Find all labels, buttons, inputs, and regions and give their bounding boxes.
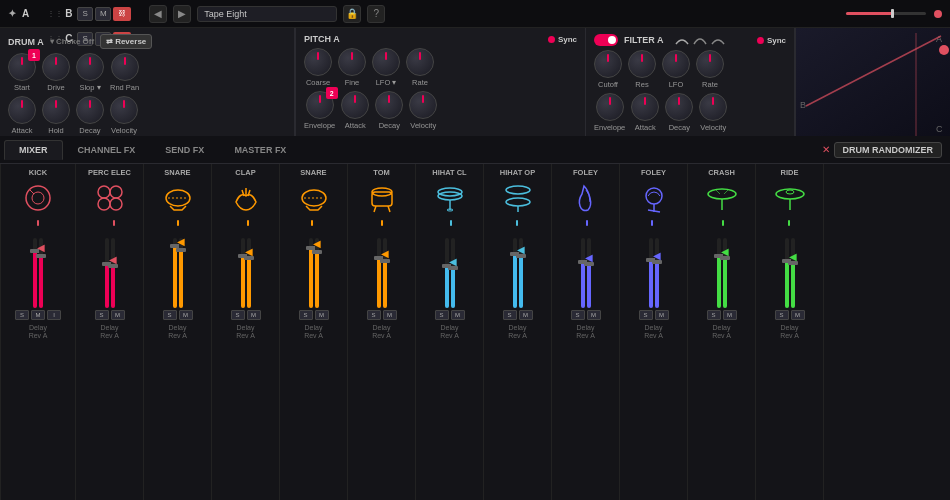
foley2-m-button[interactable]: M: [655, 310, 669, 320]
velocity-knob[interactable]: [110, 96, 138, 124]
clap-m-button[interactable]: M: [247, 310, 261, 320]
reverse-button[interactable]: ⇄ Reverse: [100, 34, 152, 49]
fine-label: Fine: [345, 78, 360, 87]
svg-point-6: [939, 45, 949, 55]
kick-s-button[interactable]: S: [15, 310, 29, 320]
master-slider[interactable]: [846, 12, 926, 15]
filter-toggle-pill[interactable]: [594, 34, 618, 46]
tom-s-button[interactable]: S: [367, 310, 381, 320]
snare-fader-fill: [173, 248, 177, 308]
hihat-op-fader-fill: [513, 256, 517, 308]
foley2-fader-track[interactable]: [649, 238, 653, 308]
drum-randomizer-button[interactable]: DRUM RANDOMIZER: [834, 142, 943, 158]
track-b-s-button[interactable]: S: [77, 7, 93, 21]
foley-fader-track-2[interactable]: [587, 238, 591, 308]
filter-toggle[interactable]: [594, 34, 618, 46]
attack-p-knob[interactable]: [341, 91, 369, 119]
foley2-s-button[interactable]: S: [639, 310, 653, 320]
snare-s-button[interactable]: S: [163, 310, 177, 320]
envelope-knob-wrap: 2: [306, 91, 334, 119]
hihat-cl-fader-track-2[interactable]: [451, 238, 455, 308]
hihat-cl-delay-label: Delay: [441, 324, 459, 331]
velocity-f-knob[interactable]: [699, 93, 727, 121]
tab-mixer[interactable]: MIXER: [4, 140, 63, 160]
hihat-op-m-button[interactable]: M: [519, 310, 533, 320]
decay-p-knob[interactable]: [375, 91, 403, 119]
svg-text:C: C: [936, 124, 943, 134]
snare-fader-track-2[interactable]: [179, 238, 183, 308]
attack-f-knob[interactable]: [631, 93, 659, 121]
res-knob[interactable]: [628, 50, 656, 78]
rate-knob[interactable]: [406, 48, 434, 76]
ride-m-button[interactable]: M: [791, 310, 805, 320]
hihat-cl-m-button[interactable]: M: [451, 310, 465, 320]
foley-s-button[interactable]: S: [571, 310, 585, 320]
snare2-fader-fill-2: [315, 254, 319, 308]
decay-f-knob[interactable]: [665, 93, 693, 121]
kick-m-button[interactable]: M: [31, 310, 45, 320]
foley-m-button[interactable]: M: [587, 310, 601, 320]
coarse-knob[interactable]: [304, 48, 332, 76]
attack-p-label: Attack: [345, 121, 366, 130]
foley-fader-track[interactable]: [581, 238, 585, 308]
foley-fader-fill-2: [587, 266, 591, 308]
highpass-icon[interactable]: [710, 34, 726, 46]
lfo-knob[interactable]: [372, 48, 400, 76]
snare-m-button[interactable]: M: [179, 310, 193, 320]
hihat-cl-s-button[interactable]: S: [435, 310, 449, 320]
velocity-p-knob[interactable]: [409, 91, 437, 119]
hihat-cl-fader-track[interactable]: [445, 238, 449, 308]
ride-fader-track-2[interactable]: [791, 238, 795, 308]
fine-knob[interactable]: [338, 48, 366, 76]
hihat-op-s-button[interactable]: S: [503, 310, 517, 320]
crash-name: CRASH: [708, 168, 735, 177]
crash-m-button[interactable]: M: [723, 310, 737, 320]
lowpass-icon[interactable]: [674, 34, 690, 46]
crash-s-button[interactable]: S: [707, 310, 721, 320]
kick-i-button[interactable]: I: [47, 310, 61, 320]
envelope-f-knob[interactable]: [596, 93, 624, 121]
snare-fader-handle-2[interactable]: [176, 248, 186, 252]
clap-s-button[interactable]: S: [231, 310, 245, 320]
snare2-m-button[interactable]: M: [315, 310, 329, 320]
decay-knob[interactable]: [76, 96, 104, 124]
foley2-fader-track-2[interactable]: [655, 238, 659, 308]
tab-send-fx[interactable]: SEND FX: [150, 140, 219, 160]
tom-labels: Delay Rev A: [372, 324, 391, 339]
filter-a-panel: FILTER A Sync Cu: [586, 28, 795, 136]
perc-s-button[interactable]: S: [95, 310, 109, 320]
tab-channel-fx[interactable]: CHANNEL FX: [63, 140, 151, 160]
perc-fader-track-2[interactable]: [111, 238, 115, 308]
drive-knob[interactable]: [42, 53, 70, 81]
tom-fader-handle-2[interactable]: [380, 259, 390, 263]
track-b-m-button[interactable]: M: [95, 7, 111, 21]
rnd-pan-knob[interactable]: [111, 53, 139, 81]
preset-search[interactable]: [197, 6, 337, 22]
bandpass-icon[interactable]: [692, 34, 708, 46]
track-b-link-button[interactable]: ⛓: [113, 7, 131, 21]
master-slider-handle[interactable]: [891, 9, 894, 18]
snare2-s-button[interactable]: S: [299, 310, 313, 320]
attack-knob[interactable]: [8, 96, 36, 124]
kick-fader-fill-2: [39, 258, 43, 308]
tom-m-button[interactable]: M: [383, 310, 397, 320]
snare2-fader-handle-2[interactable]: [312, 250, 322, 254]
ride-s-button[interactable]: S: [775, 310, 789, 320]
kick-fader-handle-2[interactable]: [36, 254, 46, 258]
master-slider-fill: [846, 12, 894, 15]
attack-f-label: Attack: [635, 123, 656, 132]
hihat-op-delay-label: Delay: [509, 324, 527, 331]
back-button[interactable]: ◀: [149, 5, 167, 23]
lfo-f-knob[interactable]: [662, 50, 690, 78]
hold-knob[interactable]: [42, 96, 70, 124]
slop-knob[interactable]: [76, 53, 104, 81]
ride-fader-track[interactable]: [785, 238, 789, 308]
perc-m-button[interactable]: M: [111, 310, 125, 320]
perc-fader-track[interactable]: [105, 238, 109, 308]
rate-f-knob[interactable]: [696, 50, 724, 78]
tom-drum-icon: [366, 182, 398, 214]
tab-master-fx[interactable]: MASTER FX: [219, 140, 301, 160]
play-button[interactable]: ▶: [173, 5, 191, 23]
cutoff-knob[interactable]: [594, 50, 622, 78]
track-a-row: ⋮⋮ A S M ⛓: [43, 0, 135, 1]
